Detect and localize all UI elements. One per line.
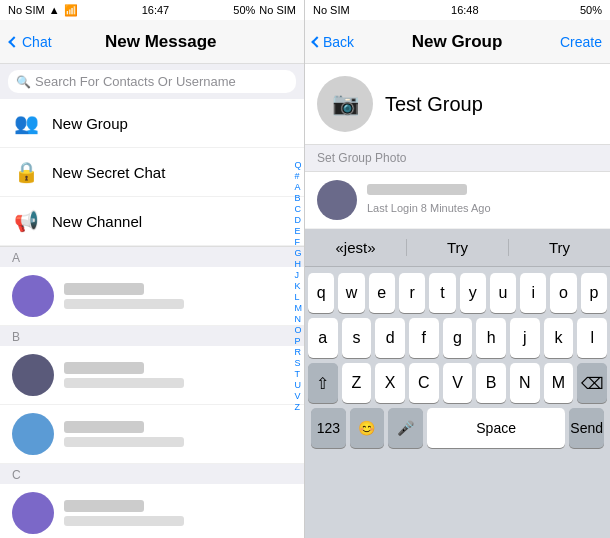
back-button-right[interactable]: Back: [313, 34, 354, 50]
page-title-left: New Message: [58, 32, 264, 52]
key-j[interactable]: j: [510, 318, 540, 358]
nav-bar-right: Back New Group Create: [305, 20, 610, 64]
left-status-info: No SIM ▲ 📶: [8, 4, 78, 17]
page-title-right: New Group: [354, 32, 560, 52]
group-name-input[interactable]: [385, 93, 610, 116]
suggestion-bar: «jest» Try Try: [305, 229, 610, 267]
section-label-b: B: [0, 326, 304, 346]
key-r[interactable]: r: [399, 273, 425, 313]
avatar-1: [12, 275, 54, 317]
nav-bar-left: Chat New Message: [0, 20, 304, 64]
key-i[interactable]: i: [520, 273, 546, 313]
battery-right: 50%: [580, 4, 602, 16]
key-row-4: 123 😊 🎤 Space Send: [308, 408, 607, 452]
key-m[interactable]: M: [544, 363, 574, 403]
time-right: 16:48: [451, 4, 479, 16]
avatar-4: [12, 492, 54, 534]
chat-item-1[interactable]: [0, 267, 304, 326]
key-v[interactable]: V: [443, 363, 473, 403]
key-e[interactable]: e: [369, 273, 395, 313]
new-group-icon: 👥: [12, 109, 40, 137]
left-panel: No SIM ▲ 📶 16:47 50% No SIM Chat New Mes…: [0, 0, 305, 538]
carrier2-left: No SIM: [259, 4, 296, 16]
chevron-left-icon: [8, 36, 19, 47]
backspace-key[interactable]: ⌫: [577, 363, 607, 403]
carrier-left: No SIM: [8, 4, 45, 16]
key-u[interactable]: u: [490, 273, 516, 313]
key-n[interactable]: N: [510, 363, 540, 403]
chat-item-2[interactable]: [0, 346, 304, 405]
chevron-back-icon: [311, 36, 322, 47]
key-h[interactable]: h: [476, 318, 506, 358]
contact-name-blur: [367, 184, 467, 195]
avatar-3: [12, 413, 54, 455]
chat-name-3: [64, 421, 144, 433]
suggestion-3[interactable]: Try: [509, 239, 610, 256]
mic-key[interactable]: 🎤: [388, 408, 423, 448]
chat-item-4[interactable]: [0, 484, 304, 538]
key-f[interactable]: f: [409, 318, 439, 358]
chat-preview-3: [64, 437, 184, 447]
menu-item-new-channel[interactable]: 📢 New Channel: [0, 197, 304, 246]
section-label-c: C: [0, 464, 304, 484]
key-k[interactable]: k: [544, 318, 574, 358]
keyboard-rows: q w e r t y u i o p a s d f g h j k: [305, 267, 610, 538]
chat-name-4: [64, 500, 144, 512]
send-key[interactable]: Send: [569, 408, 604, 448]
camera-icon: 📷: [332, 91, 359, 117]
shift-key[interactable]: ⇧: [308, 363, 338, 403]
search-icon: 🔍: [16, 75, 31, 89]
alpha-index: Q # A B C D E F G H J K L M N O P R S T …: [295, 160, 303, 412]
key-123[interactable]: 123: [311, 408, 346, 448]
key-o[interactable]: o: [550, 273, 576, 313]
suggestion-2[interactable]: Try: [407, 239, 509, 256]
space-key[interactable]: Space: [427, 408, 566, 448]
chat-info-4: [64, 500, 292, 526]
new-secret-icon: 🔒: [12, 158, 40, 186]
key-z[interactable]: Z: [342, 363, 372, 403]
emoji-key[interactable]: 😊: [350, 408, 385, 448]
search-placeholder: Search For Contacts Or Username: [35, 74, 236, 89]
group-photo-button[interactable]: 📷: [317, 76, 373, 132]
time-left: 16:47: [142, 4, 170, 16]
key-y[interactable]: y: [460, 273, 486, 313]
key-w[interactable]: w: [338, 273, 364, 313]
key-a[interactable]: a: [308, 318, 338, 358]
key-g[interactable]: g: [443, 318, 473, 358]
key-p[interactable]: p: [581, 273, 607, 313]
section-label-a: A: [0, 247, 304, 267]
menu-item-new-group[interactable]: 👥 New Group: [0, 99, 304, 148]
battery-left: 50%: [233, 4, 255, 16]
chat-info-2: [64, 362, 292, 388]
contact-row[interactable]: Last Login 8 Minutes Ago: [305, 172, 610, 229]
set-photo-label: Set Group Photo: [317, 151, 406, 165]
key-c[interactable]: C: [409, 363, 439, 403]
key-l[interactable]: l: [577, 318, 607, 358]
status-bar-right: No SIM 16:48 50%: [305, 0, 610, 20]
back-button-left[interactable]: Chat: [10, 34, 52, 50]
search-input-wrap[interactable]: 🔍 Search For Contacts Or Username: [8, 70, 296, 93]
keyboard-area: «jest» Try Try q w e r t y u i o p a s: [305, 229, 610, 538]
key-t[interactable]: t: [429, 273, 455, 313]
menu-item-new-secret[interactable]: 🔒 New Secret Chat: [0, 148, 304, 197]
contact-info: Last Login 8 Minutes Ago: [367, 184, 598, 216]
chat-preview-2: [64, 378, 184, 388]
search-bar: 🔍 Search For Contacts Or Username: [0, 64, 304, 99]
key-row-2: a s d f g h j k l: [308, 318, 607, 358]
contact-avatar: [317, 180, 357, 220]
back-label-left: Chat: [22, 34, 52, 50]
key-d[interactable]: d: [375, 318, 405, 358]
key-b[interactable]: B: [476, 363, 506, 403]
new-channel-label: New Channel: [52, 213, 142, 230]
chat-name-1: [64, 283, 144, 295]
key-s[interactable]: s: [342, 318, 372, 358]
new-group-label: New Group: [52, 115, 128, 132]
create-button[interactable]: Create: [560, 34, 602, 50]
key-q[interactable]: q: [308, 273, 334, 313]
suggestion-1[interactable]: «jest»: [305, 239, 407, 256]
wifi-icon: 📶: [64, 4, 78, 17]
chat-item-3[interactable]: [0, 405, 304, 464]
chat-name-2: [64, 362, 144, 374]
key-x[interactable]: X: [375, 363, 405, 403]
key-row-3: ⇧ Z X C V B N M ⌫: [308, 363, 607, 403]
